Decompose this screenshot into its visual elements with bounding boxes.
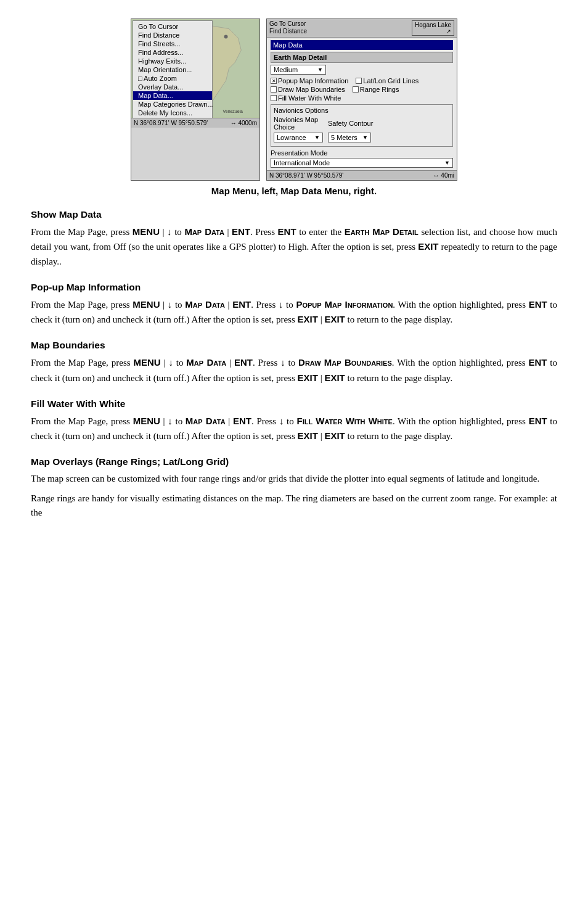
dropdown-arrow-detail: ▼ — [317, 67, 323, 73]
menu-item-find-streets[interactable]: Find Streets... — [133, 39, 212, 48]
left-zoom: ↔ 4000m — [231, 120, 257, 126]
checkbox-range-rings[interactable]: Range Rings — [353, 86, 399, 93]
dropdown-arrow-navionics: ▼ — [314, 134, 320, 141]
checkbox-row-1: Popup Map Information Lat/Lon Grid Lines — [271, 77, 453, 84]
menu-item-delete-icons[interactable]: Delete My Icons... — [133, 109, 212, 117]
navionics-header-row: Navionics Map Choice Safety Contour — [274, 116, 450, 131]
cb-lat-lon[interactable] — [356, 78, 362, 84]
screenshot-area: Go To Cursor Find Distance Find Streets.… — [31, 19, 557, 181]
para-map-overlays-2: Range rings are handy for visually estim… — [31, 491, 557, 520]
cb-draw-map[interactable] — [271, 86, 277, 93]
dialog-title: Map Data — [271, 40, 453, 50]
presentation-label: Presentation Mode — [271, 149, 453, 157]
menu-item-find-address[interactable]: Find Address... — [133, 48, 212, 57]
menu-item-go-to-cursor[interactable]: Go To Cursor — [133, 22, 212, 31]
checkbox-row-2: Draw Map Boundaries Range Rings — [271, 86, 453, 93]
heading-map-overlays: Map Overlays (Range Rings; Lat/Long Grid… — [31, 454, 557, 469]
menu-item-map-orientation[interactable]: Map Orientation... — [133, 65, 212, 74]
heading-show-map-data: Show Map Data — [31, 207, 557, 222]
safety-contour-label: Safety Contour — [328, 120, 373, 127]
left-coordinates: N 36°08.971' W 95°50.579' — [134, 120, 208, 126]
para-map-overlays-1: The map screen can be customized with fo… — [31, 472, 557, 486]
navionics-map-choice-label: Navionics Map Choice — [274, 116, 323, 131]
hogans-lake-label: Hogans Lake ↗ — [412, 20, 454, 36]
navionics-dropdown-row: Lowrance ▼ 5 Meters ▼ — [274, 133, 450, 142]
para-show-map-data: From the Map Page, press MENU | ↓ to Map… — [31, 224, 557, 269]
presentation-group: Presentation Mode International Mode ▼ — [271, 149, 453, 168]
detail-dropdown[interactable]: Medium ▼ — [271, 65, 326, 75]
right-status-bar: N 36°08.971' W 95°50.579' ↔ 40mi — [267, 170, 457, 180]
navionics-dropdown[interactable]: Lowrance ▼ — [274, 133, 323, 142]
right-coordinates: N 36°08.971' W 95°50.579' — [269, 172, 343, 179]
para-map-boundaries: From the Map Page, press MENU | ↓ to Map… — [31, 355, 557, 385]
checkbox-popup-map[interactable]: Popup Map Information — [271, 77, 348, 84]
menu-item-overlay-data[interactable]: Overlay Data... — [133, 83, 212, 91]
earth-map-detail-title: Earth Map Detail — [271, 52, 453, 63]
para-popup-map: From the Map Page, press MENU | ↓ to Map… — [31, 297, 557, 327]
map-menu-list: Go To Cursor Find Distance Find Streets.… — [133, 20, 213, 118]
main-content: Show Map Data From the Map Page, press M… — [31, 207, 557, 520]
checkbox-fill-water[interactable]: Fill Water With White — [271, 94, 341, 102]
svg-text:Venezuela: Venezuela — [223, 109, 243, 113]
cb-fill-water[interactable] — [271, 95, 277, 101]
top-find-distance[interactable]: Find Distance — [269, 28, 307, 35]
detail-dropdown-row: Medium ▼ — [271, 65, 453, 75]
menu-item-map-data[interactable]: Map Data... — [133, 91, 212, 100]
menu-item-auto-zoom[interactable]: □ Auto Zoom — [133, 74, 212, 83]
dropdown-arrow-presentation: ▼ — [444, 160, 450, 166]
dropdown-arrow-safety: ▼ — [362, 134, 368, 141]
right-zoom: ↔ 40mi — [433, 172, 454, 179]
menu-item-highway-exits[interactable]: Highway Exits... — [133, 57, 212, 65]
navionics-title: Navionics Options — [274, 107, 450, 114]
right-panel: Go To Cursor Find Distance Hogans Lake ↗… — [266, 19, 457, 181]
cb-range-rings[interactable] — [353, 86, 359, 93]
checkbox-row-3: Fill Water With White — [271, 94, 453, 102]
para-fill-water: From the Map Page, press MENU | ↓ to Map… — [31, 414, 557, 444]
menu-item-find-distance[interactable]: Find Distance — [133, 31, 212, 39]
menu-item-map-categories[interactable]: Map Categories Drawn... — [133, 100, 212, 109]
top-go-to-cursor[interactable]: Go To Cursor — [269, 20, 307, 27]
map-data-dialog: Map Data Earth Map Detail Medium ▼ Popup… — [267, 38, 457, 170]
heading-popup-map: Pop-up Map Information — [31, 280, 557, 295]
heading-map-boundaries: Map Boundaries — [31, 338, 557, 353]
safety-dropdown[interactable]: 5 Meters ▼ — [328, 133, 371, 142]
presentation-dropdown[interactable]: International Mode ▼ — [271, 158, 453, 168]
checkbox-draw-map[interactable]: Draw Map Boundaries — [271, 86, 345, 93]
heading-fill-water: Fill Water With White — [31, 397, 557, 411]
navionics-group: Navionics Options Navionics Map Choice S… — [271, 104, 453, 147]
checkbox-lat-lon[interactable]: Lat/Lon Grid Lines — [356, 77, 419, 84]
map-area: Go To Cursor Find Distance Find Streets.… — [131, 19, 259, 118]
right-top-bar: Go To Cursor Find Distance Hogans Lake ↗ — [267, 19, 457, 38]
left-panel: Go To Cursor Find Distance Find Streets.… — [131, 19, 260, 181]
left-status-bar: N 36°08.971' W 95°50.579' ↔ 4000m — [131, 118, 259, 128]
cb-popup-map[interactable] — [271, 78, 277, 84]
svg-point-7 — [224, 35, 228, 39]
caption: Map Menu, left, Map Data Menu, right. — [31, 186, 557, 196]
